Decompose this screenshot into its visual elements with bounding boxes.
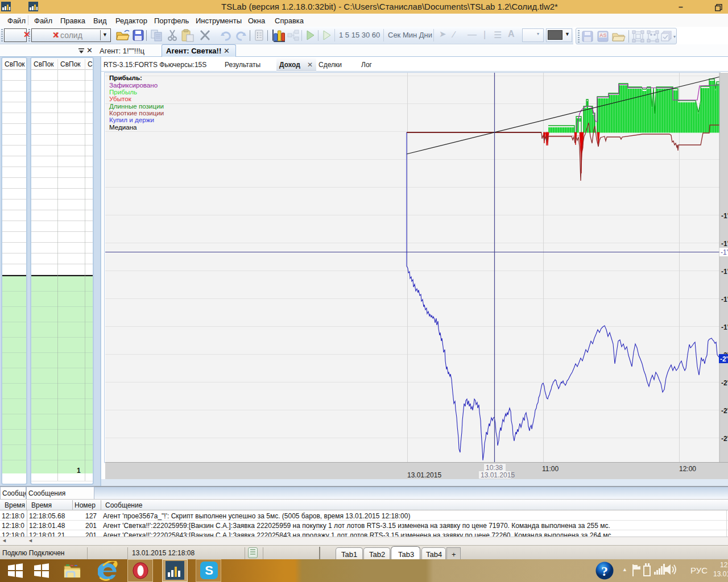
svg-text:Прибыль:: Прибыль: [109,74,142,81]
svg-text:13.01.2015: 13.01.2015 [407,471,441,479]
svg-text:AS: AS [599,32,607,38]
svg-text:-1': -1' [721,240,728,248]
svg-text:S: S [205,563,213,577]
svg-text:12:00: 12:00 [679,465,696,473]
svg-text:?: ? [601,564,608,579]
svg-text:13.01.2015: 13.01.2015 [481,471,515,479]
svg-text:-2': -2' [721,435,728,443]
svg-text:-1': -1' [721,323,728,331]
svg-text:10:38: 10:38 [486,464,503,472]
svg-text:-1': -1' [721,268,728,276]
svg-text:Купил и держи: Купил и держи [109,116,154,123]
svg-text:-2': -2' [720,355,728,363]
svg-text:-2': -2' [721,407,728,415]
svg-text:Медиана: Медиана [109,123,137,131]
svg-text:Убыток: Убыток [109,95,132,102]
svg-text:-2': -2' [721,379,728,387]
svg-text:-1': -1' [721,296,728,304]
svg-text:11:00: 11:00 [542,465,559,473]
svg-text:-1': -1' [721,248,728,256]
svg-text:-1': -1' [721,212,728,220]
